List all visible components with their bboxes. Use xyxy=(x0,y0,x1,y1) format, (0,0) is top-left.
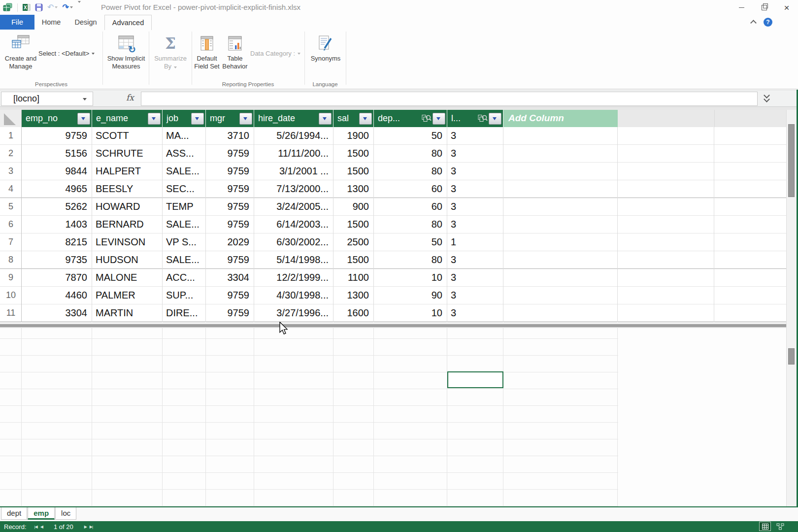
cell-hire_date[interactable]: 4/30/1998... xyxy=(254,287,333,304)
cell-depno[interactable]: 80 xyxy=(374,251,447,268)
cell-hire_date[interactable]: 12/2/1999... xyxy=(254,269,333,286)
row-number[interactable]: 5 xyxy=(0,198,22,215)
cell-mgr[interactable]: 3304 xyxy=(206,269,254,286)
cell-hire_date[interactable]: 6/14/2003... xyxy=(254,216,333,233)
row-number[interactable]: 3 xyxy=(0,163,22,180)
sheet-tab-dept[interactable]: dept xyxy=(1,507,27,520)
row-number[interactable]: 9 xyxy=(0,269,22,286)
synonyms-button[interactable]: Synonyms xyxy=(307,31,344,86)
cell-locno[interactable]: 3 xyxy=(447,163,503,180)
cell-job[interactable]: VP S... xyxy=(163,233,206,251)
cell-hire_date[interactable]: 11/11/200... xyxy=(254,145,333,162)
cell-emp_no[interactable]: 8215 xyxy=(22,233,92,251)
cell-locno[interactable]: 3 xyxy=(447,145,503,162)
row-number[interactable]: 2 xyxy=(0,145,22,162)
tab-design[interactable]: Design xyxy=(68,15,103,30)
summarize-by-button[interactable]: Σ Summarize By xyxy=(151,31,190,86)
chevron-down-icon[interactable] xyxy=(83,98,87,100)
cell-depno[interactable]: 80 xyxy=(374,145,447,162)
cell-sal[interactable]: 1100 xyxy=(333,269,374,286)
cell-hire_date[interactable]: 5/14/1998... xyxy=(254,251,333,268)
cell-depno[interactable]: 10 xyxy=(374,304,447,322)
cell-job[interactable]: SALE... xyxy=(163,163,206,180)
table-behavior-button[interactable]: Table Behavior xyxy=(221,31,249,86)
cell-job[interactable]: TEMP xyxy=(163,198,206,215)
cell-locno[interactable]: 3 xyxy=(447,269,503,286)
cell-depno[interactable]: 90 xyxy=(374,287,447,304)
cell-depno[interactable]: 80 xyxy=(374,216,447,233)
cell-emp_no[interactable]: 5156 xyxy=(22,145,92,162)
help-button[interactable] xyxy=(764,18,772,27)
vertical-scrollbar[interactable] xyxy=(786,110,797,506)
fx-icon[interactable]: fx xyxy=(126,93,134,102)
collapse-ribbon-button[interactable] xyxy=(750,19,757,25)
filter-button-locno[interactable] xyxy=(489,113,501,125)
redo-caret-icon[interactable] xyxy=(70,6,73,8)
column-header-hire_date[interactable]: hire_date xyxy=(254,110,333,127)
column-header-sal[interactable]: sal xyxy=(333,110,374,127)
row-number[interactable]: 8 xyxy=(0,251,22,268)
select-perspective-dropdown[interactable]: Select : <Default> xyxy=(38,50,95,57)
cell-emp_no[interactable]: 3304 xyxy=(22,304,92,322)
cell-sal[interactable]: 1500 xyxy=(333,216,374,233)
cell-sal[interactable]: 1300 xyxy=(333,180,374,198)
cell-job[interactable]: SALE... xyxy=(163,216,206,233)
filter-button-sal[interactable] xyxy=(359,113,372,125)
cell-mgr[interactable]: 2029 xyxy=(206,233,254,251)
next-record-button[interactable] xyxy=(84,525,87,529)
scrollbar-thumb-bottom-pane[interactable] xyxy=(788,348,795,365)
add-column-header[interactable]: Add Column xyxy=(503,110,618,127)
cell-e_name[interactable]: MALONE xyxy=(92,269,163,286)
save-icon[interactable] xyxy=(35,3,43,11)
cell-locno[interactable]: 1 xyxy=(447,233,503,251)
cell-e_name[interactable]: BEESLY xyxy=(92,180,163,198)
filter-button-mgr[interactable] xyxy=(239,113,252,125)
cell-hire_date[interactable]: 6/30/2002... xyxy=(254,233,333,251)
expand-formula-bar-button[interactable] xyxy=(760,92,773,105)
cell-locno[interactable]: 3 xyxy=(447,180,503,198)
cell-emp_no[interactable]: 9759 xyxy=(22,127,92,144)
cell-emp_no[interactable]: 1403 xyxy=(22,216,92,233)
cell-emp_no[interactable]: 5262 xyxy=(22,198,92,215)
cell-hire_date[interactable]: 7/13/2000... xyxy=(254,180,333,198)
cell-job[interactable]: SALE... xyxy=(163,251,206,268)
cell-depno[interactable]: 80 xyxy=(374,163,447,180)
cell-locno[interactable]: 3 xyxy=(447,127,503,144)
redo-button[interactable] xyxy=(62,3,72,11)
cell-depno[interactable]: 10 xyxy=(374,269,447,286)
row-number[interactable]: 7 xyxy=(0,233,22,251)
cell-mgr[interactable]: 3710 xyxy=(206,127,254,144)
cell-locno[interactable]: 3 xyxy=(447,304,503,322)
select-all-corner[interactable] xyxy=(0,110,22,127)
cell-job[interactable]: DIRE... xyxy=(163,304,206,322)
row-number[interactable]: 1 xyxy=(0,127,22,144)
filter-button-depno[interactable] xyxy=(432,113,445,125)
cell-job[interactable]: SUP... xyxy=(163,287,206,304)
cell-e_name[interactable]: LEVINSON xyxy=(92,233,163,251)
cell-locno[interactable]: 3 xyxy=(447,287,503,304)
column-header-mgr[interactable]: mgr xyxy=(206,110,254,127)
column-header-emp_no[interactable]: emp_no xyxy=(22,110,92,127)
row-number[interactable]: 11 xyxy=(0,304,22,322)
tab-file[interactable]: File xyxy=(0,15,34,30)
create-and-manage-button[interactable]: Create and Manage xyxy=(3,31,38,86)
customize-qat-button[interactable] xyxy=(77,3,81,12)
sheet-tab-emp[interactable]: emp xyxy=(28,507,55,520)
cell-sal[interactable]: 1500 xyxy=(333,163,374,180)
cell-emp_no[interactable]: 4965 xyxy=(22,180,92,198)
previous-record-button[interactable] xyxy=(40,525,43,529)
cell-depno[interactable]: 60 xyxy=(374,180,447,198)
cell-mgr[interactable]: 9759 xyxy=(206,180,254,198)
cell-sal[interactable]: 2500 xyxy=(333,233,374,251)
name-box[interactable]: [locno] xyxy=(1,92,93,106)
data-view-button[interactable] xyxy=(759,522,771,531)
cell-mgr[interactable]: 9759 xyxy=(206,163,254,180)
cell-hire_date[interactable]: 3/27/1996... xyxy=(254,304,333,322)
filter-button-job[interactable] xyxy=(191,113,204,125)
cell-depno[interactable]: 50 xyxy=(374,127,447,144)
default-field-set-button[interactable]: Default Field Set xyxy=(193,31,221,86)
column-header-job[interactable]: job xyxy=(163,110,206,127)
cell-e_name[interactable]: PALMER xyxy=(92,287,163,304)
selected-measure-cell[interactable] xyxy=(447,371,503,388)
restore-button[interactable] xyxy=(753,0,775,15)
